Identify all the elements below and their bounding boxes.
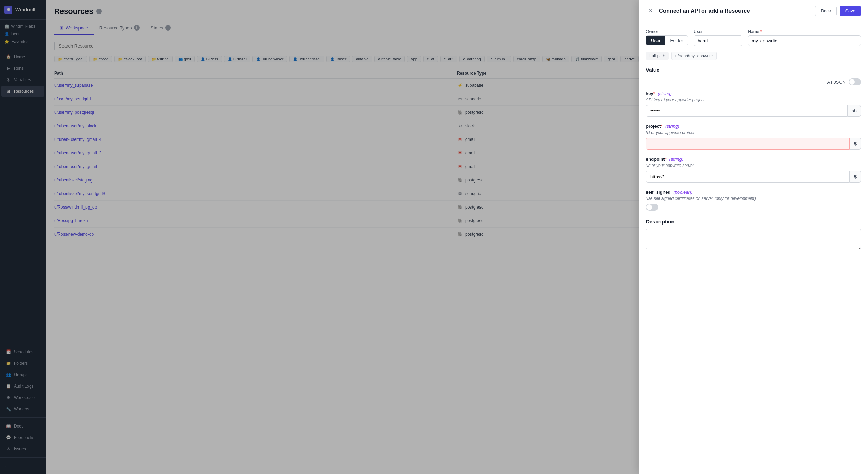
field-self-signed-desc: use self signed certificates on server (… (646, 196, 861, 201)
as-json-row: As JSON (646, 78, 861, 85)
field-key-desc: API key of your appwrite project (646, 98, 861, 102)
field-endpoint-input-row: $ (646, 171, 861, 183)
owner-label: Owner (646, 29, 688, 34)
field-self-signed: self_signed (boolean) use self signed ce… (646, 189, 861, 212)
modal: × Connect an API or add a Resource Back … (639, 0, 868, 474)
field-project-dollar-button[interactable]: $ (850, 138, 861, 150)
field-endpoint-desc: url of your appwrite server (646, 163, 861, 168)
field-project-input[interactable] (646, 138, 850, 150)
full-path-row: Full path u/henri/my_appwrite (646, 52, 861, 60)
description-input[interactable] (646, 229, 861, 249)
field-endpoint-type: (string) (669, 156, 683, 162)
field-endpoint-required: * (665, 156, 667, 162)
self-signed-toggle[interactable] (646, 204, 658, 211)
user-group: User (694, 29, 742, 46)
field-key-required: * (653, 91, 655, 96)
field-project-required: * (661, 124, 662, 129)
modal-header: × Connect an API or add a Resource Back … (639, 0, 868, 22)
full-path-label: Full path (646, 52, 669, 60)
field-endpoint-dollar-button[interactable]: $ (850, 171, 861, 183)
field-project-type: (string) (665, 124, 679, 129)
value-section-title: Value (646, 67, 861, 73)
toggle-thumb (849, 79, 855, 85)
modal-title: × Connect an API or add a Resource (646, 6, 750, 16)
field-key-input-row: sh (646, 105, 861, 117)
field-key-name: key (646, 91, 653, 96)
field-project-input-row: $ (646, 138, 861, 150)
owner-toggle: User Folder (646, 35, 688, 45)
user-label: User (694, 29, 742, 34)
field-key-show-button[interactable]: sh (848, 105, 861, 117)
modal-actions: Back Save (815, 6, 861, 16)
field-key-input[interactable] (646, 105, 848, 117)
description-title: Description (646, 219, 861, 225)
self-signed-toggle-thumb (646, 204, 652, 210)
field-endpoint-name: endpoint (646, 156, 665, 162)
owner-user-button[interactable]: User (646, 36, 665, 45)
description-section: Description (646, 219, 861, 251)
field-project-name: project (646, 124, 661, 129)
field-project-desc: ID of your appwrite project (646, 130, 861, 135)
save-button[interactable]: Save (840, 6, 861, 16)
owner-row: Owner User Folder User Name * (646, 29, 861, 46)
field-key: key* (string) API key of your appwrite p… (646, 91, 861, 117)
user-input[interactable] (694, 35, 742, 46)
field-endpoint-input[interactable] (646, 171, 850, 183)
back-button[interactable]: Back (815, 6, 837, 16)
as-json-label: As JSON (827, 79, 846, 85)
modal-body: Owner User Folder User Name * Full path (639, 22, 868, 474)
as-json-toggle[interactable] (849, 78, 861, 85)
owner-folder-button[interactable]: Folder (665, 36, 688, 45)
field-endpoint: endpoint* (string) url of your appwrite … (646, 156, 861, 183)
owner-group: Owner User Folder (646, 29, 688, 46)
field-key-type: (string) (658, 91, 671, 96)
name-input[interactable] (748, 35, 861, 46)
field-self-signed-name: self_signed (646, 189, 671, 195)
name-label: Name * (748, 29, 861, 34)
modal-close-button[interactable]: × (646, 6, 656, 16)
field-project: project* (string) ID of your appwrite pr… (646, 124, 861, 150)
field-self-signed-type: (boolean) (673, 189, 692, 195)
name-required: * (760, 29, 762, 34)
full-path-value: u/henri/my_appwrite (671, 52, 717, 60)
name-group: Name * (748, 29, 861, 46)
